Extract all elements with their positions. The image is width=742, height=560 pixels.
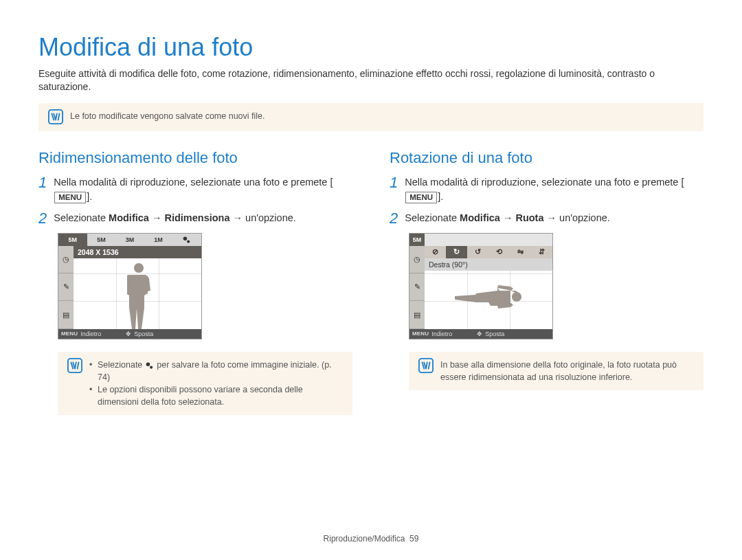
resolution-banner: 2048 X 1536 [74, 246, 201, 258]
note-icon [48, 109, 63, 124]
rotate-options: ⊘ ↻ ↺ ⟲ ⇋ ⇵ [425, 246, 552, 258]
page: Modifica di una foto Eseguite attività d… [0, 0, 742, 560]
page-footer: Riproduzione/Modiﬁca 59 [0, 534, 742, 544]
page-title: Modifica di una foto [38, 33, 704, 62]
right-column: Rotazione di una foto 1 Nella modalità d… [390, 149, 704, 434]
size-tab-3m[interactable]: 3M [115, 234, 144, 246]
side-icons: ◷ ✎ ▤ [409, 246, 425, 329]
dpad-icon: ✥ [477, 331, 482, 337]
camera-footer: MENU Indietro ✥ Sposta [58, 329, 201, 339]
step-number: 2 [390, 211, 398, 226]
rotate-180-icon[interactable]: ⟲ [488, 246, 510, 258]
menu-path-segment: Modiﬁca [460, 212, 500, 223]
svg-point-4 [146, 362, 149, 366]
text: ]. [87, 191, 92, 202]
right-note-text: In base alla dimensione della foto origi… [440, 359, 694, 383]
note-icon [418, 358, 434, 373]
svg-point-1 [183, 236, 187, 240]
text: un'opzione. [559, 212, 610, 223]
size-tabs: 5M 5M 3M 1M [58, 234, 201, 247]
size-tab-startup-icon[interactable] [172, 234, 201, 246]
menu-button-label: MENU [405, 192, 437, 204]
side-icons: ◷ ✎ ▤ [58, 246, 74, 329]
arrow: → [544, 212, 560, 223]
text: Selezionate [98, 360, 145, 370]
svg-point-2 [187, 240, 190, 243]
footer-section: Riproduzione/Modiﬁca [324, 534, 405, 544]
right-note: In base alla dimensione della foto origi… [409, 352, 704, 390]
footer-menu-label: MENU [412, 331, 429, 337]
text: Selezionate [405, 212, 460, 223]
size-tab-5m[interactable]: 5M [58, 234, 87, 246]
rotate-off-icon[interactable]: ⊘ [425, 246, 446, 258]
right-step-1: 1 Nella modalità di riproduzione, selezi… [390, 175, 704, 204]
left-step-2: 2 Selezionate Modiﬁca → Ridimensiona → u… [38, 211, 352, 226]
top-note-text: Le foto modiﬁcate vengono salvate come n… [70, 110, 265, 122]
left-heading: Ridimensionamento delle foto [38, 149, 352, 167]
footer-move: Sposta [134, 331, 153, 337]
text: Selezionate [54, 212, 109, 223]
flip-horizontal-icon[interactable]: ⇋ [510, 246, 531, 258]
columns: Ridimensionamento delle foto 1 Nella mod… [38, 149, 704, 434]
text: un'opzione. [245, 212, 296, 223]
clock-icon: ◷ [58, 246, 74, 273]
svg-point-5 [150, 366, 153, 368]
left-note: Selezionate per salvare la foto come imm… [58, 352, 352, 416]
footer-back: Indietro [431, 331, 452, 337]
menu-path-segment: Modiﬁca [109, 212, 149, 223]
step-number: 1 [390, 175, 398, 204]
footer-back: Indietro [80, 331, 101, 337]
clock-icon: ◷ [409, 246, 425, 273]
footer-menu-label: MENU [61, 331, 78, 337]
card-icon: ▤ [409, 301, 425, 328]
page-intro: Eseguite attività di modiﬁca delle foto,… [38, 67, 704, 93]
right-step-2: 2 Selezionate Modiﬁca → Ruota → un'opzio… [390, 211, 704, 226]
top-note: Le foto modiﬁcate vengono salvate come n… [38, 103, 704, 131]
text: Nella modalità di riproduzione, selezion… [405, 177, 684, 188]
left-column: Ridimensionamento delle foto 1 Nella mod… [38, 149, 352, 434]
text: ]. [438, 191, 443, 202]
size-tab-1m[interactable]: 1M [144, 234, 173, 246]
size-tab-5m[interactable]: 5M [409, 234, 425, 246]
dpad-icon: ✥ [126, 331, 131, 337]
menu-path-segment: Ridimensiona [164, 212, 229, 223]
text: Le opzioni disponibili possono variare a… [89, 383, 343, 408]
footer-move: Sposta [485, 331, 504, 337]
note-icon [67, 358, 82, 373]
arrow: → [500, 212, 516, 223]
card-icon: ▤ [58, 301, 74, 328]
person-silhouette-standing [127, 263, 150, 329]
left-step-1: 1 Nella modalità di riproduzione, selezi… [38, 175, 352, 204]
size-tabs: 5M [409, 234, 552, 247]
left-camera-preview: 5M 5M 3M 1M 2048 X 1536 ◷ ✎ [58, 233, 202, 339]
tab-spacer [425, 234, 552, 246]
startup-image-icon [145, 361, 155, 370]
camera-footer: MENU Indietro ✥ Sposta [409, 329, 552, 339]
right-heading: Rotazione di una foto [390, 149, 704, 167]
pencil-icon: ✎ [409, 273, 425, 301]
right-camera-preview: 5M ⊘ ↻ ↺ ⟲ ⇋ ⇵ Destra (90°) ◷ ✎ ▤ [409, 233, 553, 339]
rotate-left-90-icon[interactable]: ↺ [467, 246, 488, 258]
step-number: 2 [38, 211, 47, 226]
size-tab-5m-alt[interactable]: 5M [87, 234, 116, 246]
text: Nella modalità di riproduzione, selezion… [54, 177, 333, 188]
flip-vertical-icon[interactable]: ⇵ [531, 246, 552, 258]
menu-path-segment: Ruota [515, 212, 543, 223]
footer-page-number: 59 [409, 534, 418, 544]
arrow: → [149, 212, 165, 223]
menu-button-label: MENU [54, 192, 86, 204]
pencil-icon: ✎ [58, 273, 74, 301]
arrow: → [230, 212, 246, 223]
step-body: Selezionate Modiﬁca → Ruota → un'opzione… [405, 211, 704, 226]
step-body: Nella modalità di riproduzione, selezion… [54, 175, 352, 204]
step-number: 1 [38, 175, 47, 204]
person-silhouette-lying [447, 284, 526, 310]
left-note-text: Selezionate per salvare la foto come imm… [89, 359, 343, 409]
rotate-label: Destra (90°) [425, 258, 552, 271]
step-body: Selezionate Modiﬁca → Ridimensiona → un'… [54, 211, 352, 226]
preview-canvas [74, 246, 201, 329]
step-body: Nella modalità di riproduzione, selezion… [405, 175, 704, 204]
rotate-right-90-icon[interactable]: ↻ [446, 246, 467, 258]
